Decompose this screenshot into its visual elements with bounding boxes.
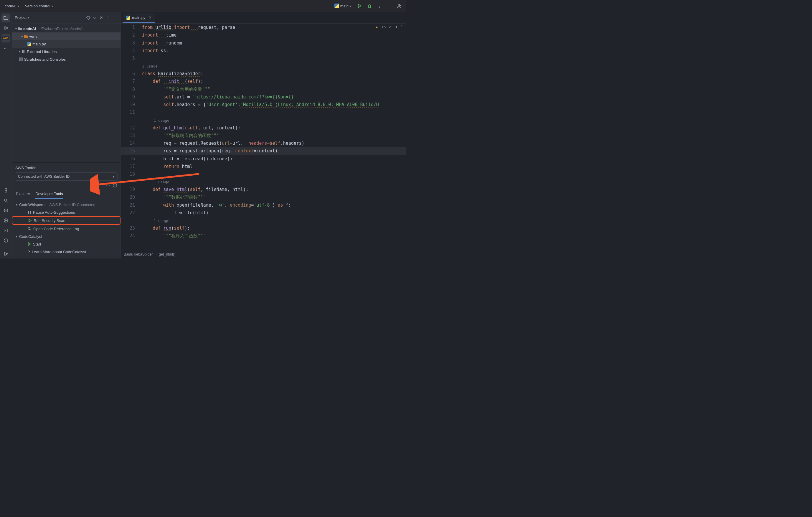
breadcrumb-sep-icon: ›	[155, 252, 156, 256]
play-icon	[357, 4, 361, 8]
terminal-tool-button[interactable]	[1, 226, 10, 235]
structure-tool-button[interactable]	[1, 24, 10, 32]
code-table: 1from urllib import request, parse2impor…	[121, 24, 406, 240]
tree-root-project[interactable]: ▾ codeAi ~/PycharmProjects/codeAi	[12, 25, 120, 32]
editor-area: main.py ✕ ▲16 ✓3 ⌃ 1from urllib import r…	[121, 12, 406, 258]
run-config-selector[interactable]: main ▾	[332, 2, 353, 9]
close-tab-button[interactable]: ✕	[148, 15, 152, 20]
close-icon: ✕	[99, 15, 103, 20]
aws-toolkit-header: AWS Toolkit	[12, 163, 120, 172]
codecatalyst-start-label: Start	[33, 242, 41, 247]
svg-rect-4	[6, 27, 8, 29]
inspections-widget[interactable]: ▲16 ✓3 ⌃	[375, 25, 403, 29]
code-editor[interactable]: ▲16 ✓3 ⌃ 1from urllib import request, pa…	[121, 24, 406, 250]
debug-button[interactable]	[365, 2, 374, 10]
run-security-scan-label: Run Security Scan	[34, 219, 65, 223]
folder-icon	[24, 34, 28, 38]
services-button[interactable]	[1, 206, 10, 215]
folder-icon	[3, 15, 8, 21]
project-tool-button[interactable]	[1, 13, 10, 22]
chevron-down-icon: ▾	[113, 175, 114, 178]
aws-icon: aws	[2, 36, 9, 40]
play-icon	[28, 219, 32, 222]
codewhisperer-status: AWS Builder ID Connected	[49, 202, 95, 207]
aws-tab-devtools-label: Developer Tools	[35, 192, 63, 196]
collaborators-button[interactable]	[396, 2, 404, 10]
aws-connection-label: Connected with AWS Builder ID	[18, 174, 69, 179]
svg-rect-7	[4, 229, 8, 232]
project-dropdown-label: codeAi	[5, 4, 17, 8]
search-q-icon	[3, 198, 8, 203]
expand-all-button[interactable]	[92, 15, 98, 21]
aws-tab-explorer[interactable]: Explorer	[16, 189, 30, 199]
svg-point-5	[4, 199, 7, 201]
warning-count: 16	[381, 25, 386, 29]
codewhisperer-node[interactable]: ▾ CodeWhisperer AWS Builder ID Connected	[12, 201, 120, 208]
run-button[interactable]	[355, 2, 364, 10]
run-tool-button[interactable]	[1, 216, 10, 225]
tree-venv-folder[interactable]: ▾ venv	[12, 32, 120, 40]
python-icon	[3, 188, 8, 193]
open-reference-log-item[interactable]: Open Code Reference Log	[12, 225, 120, 233]
minimize-icon: —	[113, 15, 116, 20]
codecatalyst-start-item[interactable]: Start	[12, 240, 120, 248]
library-icon	[22, 50, 26, 54]
project-root-label: codeAi	[23, 27, 36, 31]
vertical-dots-icon: ⋮	[378, 4, 381, 8]
project-panel-header: Project ▾ ✕ ⋮ —	[12, 12, 120, 24]
problems-tool-button[interactable]	[1, 236, 10, 245]
python-file-icon	[27, 42, 31, 46]
pause-suggestions-item[interactable]: Pause Auto-Suggestions	[12, 208, 120, 216]
codecatalyst-node[interactable]: ▾ CodeCatalyst	[12, 233, 120, 240]
aws-help-button[interactable]: ?	[113, 183, 117, 188]
tree-file-main[interactable]: main.py	[12, 40, 120, 48]
scratches-label: Scratches and Consoles	[24, 57, 66, 62]
project-panel-title[interactable]: Project ▾	[15, 15, 29, 20]
aws-connection-selector[interactable]: Connected with AWS Builder ID ▾	[15, 172, 118, 181]
side-panel: Project ▾ ✕ ⋮ — ▾ codeAi ~/PycharmProjec…	[12, 12, 121, 258]
python-console-button[interactable]	[1, 186, 10, 195]
chevron-down-icon: ▾	[28, 16, 29, 19]
git-tool-button[interactable]	[1, 250, 10, 258]
tree-scratches[interactable]: Scratches and Consoles	[12, 55, 120, 63]
collapse-all-button[interactable]: ✕	[98, 15, 105, 21]
chevron-down-icon: ▾	[16, 235, 18, 238]
tree-external-libraries[interactable]: ▾ External Libraries	[12, 48, 120, 55]
python-file-icon	[126, 16, 130, 20]
project-dropdown[interactable]: codeAi ▾	[2, 3, 22, 9]
chevron-down-icon: ▾	[18, 4, 19, 8]
vcs-dropdown[interactable]: Version control ▾	[23, 3, 55, 9]
chevron-down-icon: ▾	[16, 203, 18, 206]
panel-options-button[interactable]: ⋮	[105, 15, 111, 21]
more-options-button[interactable]: ⋮	[375, 2, 384, 10]
weak-warning-count: 3	[395, 25, 397, 29]
svg-rect-20	[30, 211, 31, 214]
aws-toolkit-tool-button[interactable]: aws	[1, 34, 10, 42]
warning-icon: ▲	[375, 25, 379, 29]
run-security-scan-item[interactable]: Run Security Scan	[12, 216, 120, 225]
aws-tab-devtools[interactable]: Developer Tools	[35, 189, 63, 199]
main-file-label: main.py	[32, 42, 46, 46]
collapse-icon: ⌃	[400, 25, 403, 29]
project-tree: ▾ codeAi ~/PycharmProjects/codeAi ▾ venv…	[12, 24, 120, 64]
codecatalyst-learn-label: Learn More about CodeCatalyst	[32, 250, 86, 254]
scratches-icon	[19, 57, 23, 61]
breadcrumb-bar: BaiduTiebaSpider › get_html()	[121, 250, 406, 258]
svg-rect-13	[22, 50, 23, 53]
breadcrumb-method[interactable]: get_html()	[159, 252, 175, 256]
vcs-dropdown-label: Version control	[25, 4, 50, 8]
editor-tab-main[interactable]: main.py ✕	[122, 13, 155, 23]
select-opened-file-button[interactable]	[85, 15, 92, 21]
more-tool-button[interactable]: ⋯	[1, 44, 10, 53]
folder-icon	[18, 27, 22, 31]
external-libs-label: External Libraries	[27, 50, 57, 54]
search-console-button[interactable]	[1, 196, 10, 205]
aws-more-button[interactable]: ⋯	[106, 183, 110, 188]
open-reference-log-label: Open Code Reference Log	[33, 227, 79, 231]
search-doc-icon	[28, 227, 31, 231]
minimize-panel-button[interactable]: —	[111, 15, 118, 21]
breadcrumb-class[interactable]: BaiduTiebaSpider	[124, 252, 153, 256]
codecatalyst-learn-item[interactable]: ? Learn More about CodeCatalyst	[12, 248, 120, 256]
horizontal-dots-icon: ⋯	[4, 46, 8, 50]
layers-icon	[3, 208, 8, 213]
